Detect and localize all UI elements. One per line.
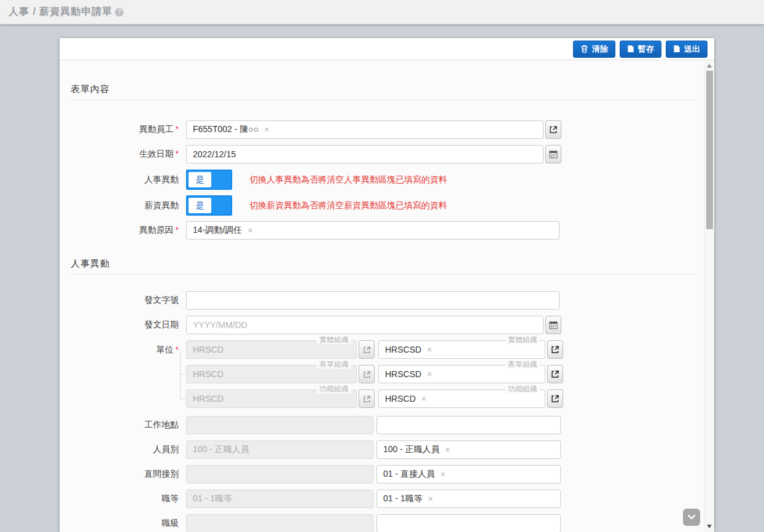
unit-new-lookup-button[interactable]: [547, 365, 563, 383]
doc-date-label: 發文日期: [71, 319, 186, 331]
external-link-icon: [549, 125, 558, 134]
unit-new-lookup-button[interactable]: [547, 389, 563, 408]
work-location-row: 工作地點: [71, 416, 694, 434]
required-mark: *: [176, 149, 179, 158]
unit-new-lookup-button[interactable]: [547, 340, 563, 359]
job-grade-old-input: 01 - 1職等: [186, 490, 373, 508]
personnel-type-row: 人員別 100 - 正職人員 100 - 正職人員 ×: [71, 440, 694, 459]
draft-button[interactable]: 暫存: [620, 41, 661, 58]
unit-old-input-functional: 功能組織 HRSCD: [186, 389, 357, 408]
unit-old-value: HRSCD: [193, 345, 224, 354]
tree-connector: [180, 399, 185, 399]
salary-toggle-label: 薪資異動: [71, 200, 186, 211]
job-grade-new-input[interactable]: 01 - 1職等 ×: [376, 490, 561, 508]
remove-chip-icon[interactable]: ×: [445, 445, 450, 454]
submit-button-label: 送出: [684, 44, 700, 55]
document-icon: [673, 45, 680, 53]
unit-old-input-physical: 實體組織 HRSCD: [186, 340, 357, 359]
section-title-form-content: 表單內容: [71, 84, 694, 95]
org-type-tag: 功能組織: [505, 385, 540, 393]
draft-button-label: 暫存: [638, 44, 654, 55]
unit-old-value: HRSCD: [193, 394, 224, 404]
doc-number-label: 發文字號: [71, 295, 186, 306]
toggle-knob: 是: [189, 198, 211, 213]
trash-icon: [580, 45, 588, 53]
personnel-toggle-warning: 切換人事異動為否將清空人事異動區塊已填寫的資料: [249, 174, 447, 186]
remove-chip-icon[interactable]: ×: [421, 394, 426, 403]
remove-chip-icon[interactable]: ×: [428, 495, 433, 503]
reason-input[interactable]: 14-調動/調任 ×: [186, 221, 559, 240]
unit-old-lookup-button[interactable]: [359, 340, 375, 359]
unit-rows: 實體組織 HRSCD 實體組織 HRSCSD ×: [186, 340, 563, 408]
doc-date-calendar-button[interactable]: [545, 316, 561, 334]
salary-toggle-row: 薪資異動 是 切換薪資異動為否將清空薪資異動區塊已填寫的資料: [71, 195, 694, 216]
remove-chip-icon[interactable]: ×: [440, 470, 445, 479]
job-grade-old-value: 01 - 1職等: [193, 493, 232, 504]
effective-date-calendar-button[interactable]: [545, 145, 561, 163]
job-level-old-input: [186, 514, 373, 532]
personnel-type-new-value: 100 - 正職人員: [383, 444, 440, 455]
remove-chip-icon[interactable]: ×: [264, 125, 269, 134]
doc-date-row: 發文日期: [71, 316, 694, 334]
employee-value: F655T002 - 陳○○: [193, 124, 259, 135]
salary-change-toggle[interactable]: 是: [186, 195, 232, 216]
work-location-old-input: [186, 416, 373, 434]
personnel-type-old-input: 100 - 正職人員: [186, 440, 373, 459]
personnel-type-label: 人員別: [71, 444, 186, 455]
external-link-icon: [363, 395, 371, 403]
unit-new-input-functional[interactable]: 功能組織 HRSCD ×: [378, 389, 545, 408]
employee-lookup-button[interactable]: [545, 120, 561, 139]
work-location-new-input[interactable]: [376, 416, 561, 434]
unit-new-input-form[interactable]: 表單組織 HRSCSD ×: [378, 365, 545, 383]
remove-chip-icon[interactable]: ×: [248, 226, 252, 235]
doc-number-input[interactable]: [186, 291, 559, 310]
scroll-to-bottom-button[interactable]: [683, 509, 700, 526]
direct-indirect-new-input[interactable]: 01 - 直接人員 ×: [376, 465, 561, 483]
personnel-change-toggle[interactable]: 是: [186, 170, 232, 190]
unit-block: 單位* 實體組織 HRSCD: [71, 340, 694, 408]
external-link-icon: [551, 345, 559, 354]
form-content-area: 表單內容 異動員工* F655T002 - 陳○○ × 生效日期* 2022/1…: [60, 60, 704, 532]
employee-input[interactable]: F655T002 - 陳○○ ×: [186, 120, 544, 139]
job-grade-row: 職等 01 - 1職等 01 - 1職等 ×: [71, 490, 694, 508]
unit-row-form: 表單組織 HRSCD 表單組織 HRSCSD ×: [186, 365, 563, 383]
help-icon[interactable]: ?: [115, 8, 123, 17]
doc-date-input[interactable]: [186, 316, 544, 334]
job-grade-label: 職等: [71, 493, 186, 504]
calendar-icon: [549, 150, 558, 158]
external-link-icon: [363, 370, 371, 378]
salary-toggle-warning: 切換薪資異動為否將清空薪資異動區塊已填寫的資料: [249, 200, 447, 211]
employee-label: 異動員工*: [71, 124, 186, 135]
remove-chip-icon[interactable]: ×: [427, 370, 432, 378]
submit-button[interactable]: 送出: [666, 41, 707, 58]
org-type-tag: 實體組織: [505, 335, 540, 344]
personnel-type-new-input[interactable]: 100 - 正職人員 ×: [376, 440, 561, 459]
work-location-label: 工作地點: [71, 420, 186, 431]
document-icon: [627, 45, 634, 53]
direct-indirect-label: 直間接別: [71, 469, 186, 480]
job-level-new-input[interactable]: [376, 514, 561, 532]
unit-old-lookup-button[interactable]: [359, 365, 375, 383]
external-link-icon: [551, 370, 559, 378]
unit-old-value: HRSCD: [193, 369, 224, 379]
unit-new-input-physical[interactable]: 實體組織 HRSCSD ×: [378, 340, 545, 359]
card-scrollbar: [704, 60, 714, 532]
scrollbar-down-arrow-icon[interactable]: [707, 525, 712, 528]
scrollbar-up-arrow-icon[interactable]: [707, 64, 712, 68]
org-type-tag: 表單組織: [317, 360, 351, 369]
direct-indirect-old-input: [186, 465, 373, 483]
scrollbar-thumb[interactable]: [706, 71, 713, 229]
reason-row: 異動原因* 14-調動/調任 ×: [71, 221, 694, 240]
org-type-tag: 實體組織: [317, 335, 351, 344]
effective-date-input[interactable]: 2022/12/15: [186, 145, 544, 163]
section-divider: [71, 274, 694, 275]
remove-chip-icon[interactable]: ×: [427, 345, 432, 354]
personnel-toggle-row: 人事異動 是 切換人事異動為否將清空人事異動區塊已填寫的資料: [71, 170, 694, 190]
unit-old-lookup-button[interactable]: [359, 389, 375, 408]
toggle-knob: 是: [189, 172, 211, 187]
clear-button[interactable]: 清除: [573, 41, 615, 58]
toolbar: 清除 暫存 送出: [60, 38, 714, 60]
job-grade-new-value: 01 - 1職等: [383, 493, 423, 504]
unit-old-input-form: 表單組織 HRSCD: [186, 365, 357, 383]
effective-date-label: 生效日期*: [71, 149, 186, 160]
